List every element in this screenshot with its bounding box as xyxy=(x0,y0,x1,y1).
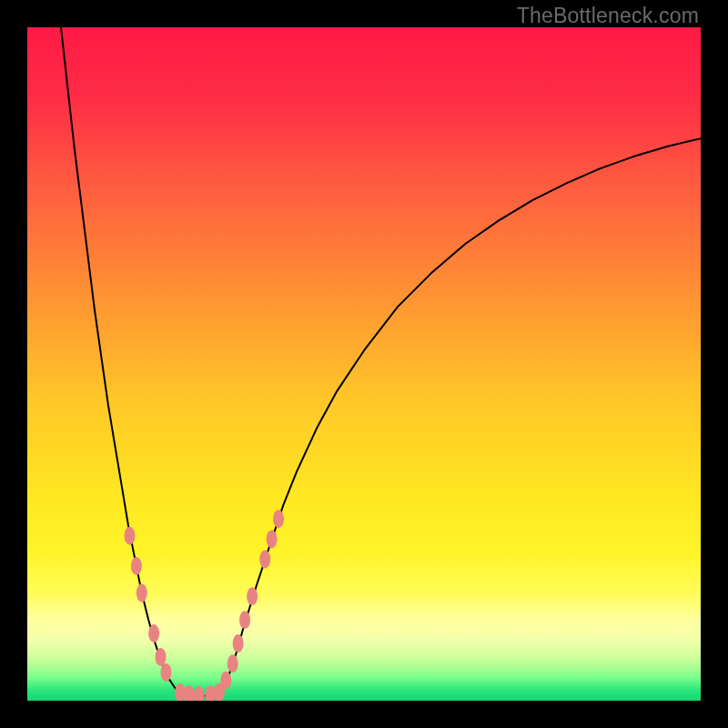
svg-point-16 xyxy=(247,587,258,605)
chart-frame: TheBottleneck.com xyxy=(0,0,728,728)
svg-point-17 xyxy=(259,551,270,569)
watermark-text: TheBottleneck.com xyxy=(517,4,699,28)
svg-point-3 xyxy=(136,584,147,602)
svg-point-15 xyxy=(239,611,250,629)
curve-markers xyxy=(124,510,284,701)
svg-point-5 xyxy=(156,648,167,666)
plot-area xyxy=(27,27,701,701)
svg-point-9 xyxy=(194,686,205,701)
svg-point-8 xyxy=(184,685,195,701)
svg-point-18 xyxy=(267,530,278,548)
bottleneck-curve xyxy=(61,27,701,696)
svg-point-19 xyxy=(273,510,284,528)
svg-point-13 xyxy=(228,654,238,672)
svg-point-2 xyxy=(131,557,142,575)
svg-point-14 xyxy=(233,634,244,652)
svg-point-12 xyxy=(220,672,231,690)
curve-layer xyxy=(27,27,701,701)
svg-point-6 xyxy=(160,663,171,682)
svg-point-4 xyxy=(148,624,159,642)
svg-point-1 xyxy=(124,527,135,545)
